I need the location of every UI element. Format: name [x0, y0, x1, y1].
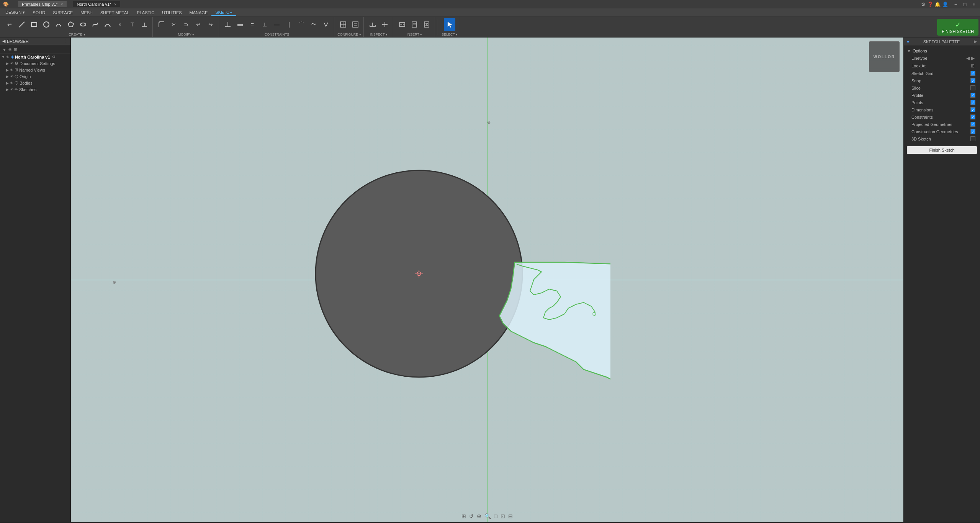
canvas-area[interactable]: ⊕ ⊕ ⊕ WOLLOR [71, 38, 903, 522]
menu-utilities[interactable]: UTILITIES [158, 10, 185, 16]
browser-collapse-icon[interactable]: ◀ [2, 39, 5, 44]
palette-linetype-next[interactable]: ▶ [970, 56, 975, 61]
menu-sheet-metal[interactable]: SHEET METAL [97, 10, 133, 16]
tree-views-expand[interactable]: ▶ [6, 68, 9, 72]
trim-btn[interactable]: ✂ [168, 18, 180, 31]
minimize-btn[interactable]: − [953, 2, 959, 7]
tree-root-settings[interactable]: ⚙ [52, 55, 56, 59]
menu-manage[interactable]: MANAGE [186, 10, 212, 16]
tree-root[interactable]: ▼ 👁 ◈ North Carolina v1 ⚙ [0, 54, 70, 60]
maximize-btn[interactable]: □ [962, 2, 968, 7]
browser-filter[interactable]: ⊞ [14, 47, 17, 52]
constraint-collinear[interactable] [234, 18, 246, 31]
sketch-settings-btn[interactable] [350, 18, 361, 31]
interference-btn[interactable] [379, 18, 391, 31]
text-btn[interactable]: T [126, 18, 138, 31]
menu-surface[interactable]: SURFACE [49, 10, 77, 16]
palette-sketchgrid-checkbox[interactable]: ✓ [970, 71, 975, 76]
arc-btn[interactable] [53, 18, 64, 31]
undo-btn[interactable]: ↩ [4, 18, 15, 31]
rect-btn[interactable] [28, 18, 40, 31]
line-btn[interactable] [16, 18, 28, 31]
constraint-coincident[interactable] [222, 18, 234, 31]
constraint-horz[interactable]: — [271, 18, 283, 31]
insert-dxf-btn[interactable] [409, 18, 420, 31]
view-cube[interactable]: WOLLOR [869, 41, 900, 72]
tree-bodies-eye[interactable]: 👁 [10, 81, 13, 85]
view-orbit-btn[interactable]: ↺ [469, 513, 474, 519]
palette-slice-checkbox[interactable] [970, 85, 975, 90]
tree-sketches-eye[interactable]: 👁 [10, 88, 13, 92]
palette-snap-checkbox[interactable]: ✓ [970, 78, 975, 83]
palette-points-checkbox[interactable]: ✓ [970, 100, 975, 105]
tree-bodies[interactable]: ▶ 👁 ⬡ Bodies [5, 80, 70, 86]
finish-sketch-palette-btn[interactable]: Finish Sketch [907, 146, 977, 154]
tab-north-carolina[interactable]: North Carolina v1* × [73, 1, 120, 7]
menu-mesh[interactable]: MESH [77, 10, 97, 16]
browser-expand-icon[interactable]: ⋮ [64, 39, 68, 44]
menu-design[interactable]: DESIGN ▾ [2, 9, 29, 16]
break-btn[interactable]: ↩ [193, 18, 204, 31]
constraint-smooth[interactable]: 〜 [308, 18, 319, 31]
tree-origin-eye[interactable]: 👁 [10, 75, 13, 78]
tree-document-settings[interactable]: ▶ 👁 ⚙ Document Settings [5, 60, 70, 67]
menu-sketch[interactable]: SKETCH [211, 9, 236, 16]
tree-origin-expand[interactable]: ▶ [6, 75, 9, 78]
tab-close-printables[interactable]: × [61, 2, 63, 7]
tree-views-eye[interactable]: 👁 [10, 68, 13, 72]
tree-bodies-expand[interactable]: ▶ [6, 81, 9, 85]
palette-constraints-checkbox[interactable]: ✓ [970, 114, 975, 119]
view-display-btn[interactable]: ⊡ [501, 513, 505, 519]
tab-printables[interactable]: Printables Chip v1* × [18, 1, 67, 7]
browser-eye[interactable]: 👁 [8, 47, 12, 52]
offset-btn[interactable]: ↪ [205, 18, 216, 31]
conic-btn[interactable] [102, 18, 113, 31]
view-grid-btn[interactable]: ⊞ [461, 513, 466, 519]
close-btn[interactable]: × [971, 2, 977, 7]
insert-image-btn[interactable] [396, 18, 408, 31]
palette-dimensions-checkbox[interactable]: ✓ [970, 107, 975, 112]
polygon-btn[interactable] [65, 18, 77, 31]
fillet-btn[interactable] [156, 18, 167, 31]
constraint-perp[interactable]: ⊥ [259, 18, 270, 31]
constraint-parallel[interactable]: = [247, 18, 258, 31]
measure-btn[interactable] [367, 18, 378, 31]
extend-btn[interactable]: ⊃ [180, 18, 192, 31]
point-btn[interactable]: × [114, 18, 126, 31]
view-window-btn[interactable]: □ [494, 513, 497, 519]
circle-btn[interactable] [41, 18, 52, 31]
tree-root-eye[interactable]: 👁 [6, 55, 10, 59]
constraint-tangent[interactable]: ⌒ [296, 18, 307, 31]
constraint-sym[interactable] [320, 18, 332, 31]
dim-btn[interactable] [139, 18, 150, 31]
tree-named-views[interactable]: ▶ 👁 ⊞ Named Views [5, 67, 70, 73]
finish-sketch-btn[interactable]: ✓ FINISH SKETCH [937, 19, 978, 36]
ellipse-btn[interactable] [77, 18, 89, 31]
constraint-vert[interactable]: | [283, 18, 295, 31]
tree-sketches[interactable]: ▶ 👁 ✏ Sketches [5, 86, 70, 93]
palette-profile-checkbox[interactable]: ✓ [970, 93, 975, 98]
palette-expand-icon[interactable]: ▶ [974, 39, 977, 44]
palette-lookat-btn[interactable]: ⊞ [970, 63, 975, 69]
tree-sketches-expand[interactable]: ▶ [6, 88, 9, 92]
menu-solid[interactable]: SOLID [29, 10, 49, 16]
view-zoom-btn[interactable]: 🔍 [484, 513, 491, 519]
spline-btn[interactable] [90, 18, 101, 31]
browser-collapse-all[interactable]: ▼ [2, 47, 7, 52]
tree-doc-expand[interactable]: ▶ [6, 62, 9, 65]
insert-svg-btn[interactable] [421, 18, 432, 31]
palette-projected-checkbox[interactable]: ✓ [970, 122, 975, 127]
palette-linetype-prev[interactable]: ◀ [965, 56, 970, 61]
tree-root-expand[interactable]: ▼ [2, 55, 5, 59]
sketch-grid-btn[interactable] [337, 18, 349, 31]
palette-options-title[interactable]: ▼ Options [904, 47, 980, 54]
tree-origin[interactable]: ▶ 👁 ◎ Origin [5, 73, 70, 80]
palette-construction-checkbox[interactable]: ✓ [970, 129, 975, 134]
tree-doc-eye[interactable]: 👁 [10, 62, 13, 65]
tab-close-nc[interactable]: × [114, 2, 116, 7]
palette-3dsketch-checkbox[interactable] [970, 136, 975, 141]
view-fit-btn[interactable]: ⊕ [477, 513, 481, 519]
select-btn[interactable] [444, 18, 455, 31]
view-grid2-btn[interactable]: ⊟ [508, 513, 513, 519]
menu-plastic[interactable]: PLASTIC [133, 10, 158, 16]
